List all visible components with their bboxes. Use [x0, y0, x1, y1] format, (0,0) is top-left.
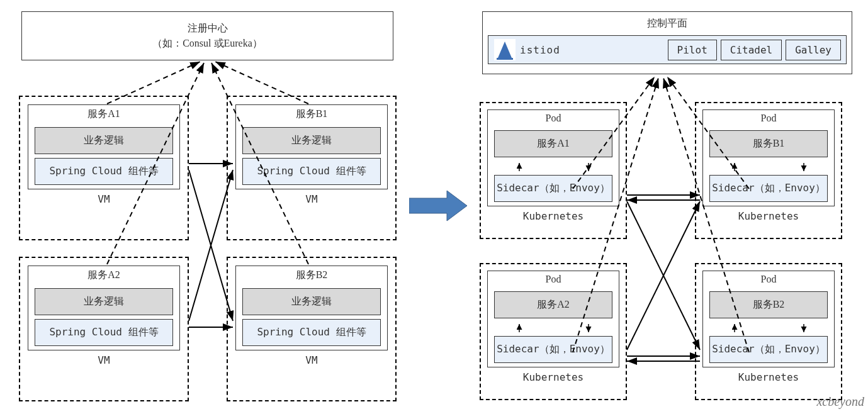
- pod-sidecar-a2: Sidecar（如，Envoy）: [494, 336, 612, 363]
- k8s-box-b1: Pod 服务B1 Sidecar（如，Envoy） Kubernetes: [695, 102, 842, 239]
- vm-footer-b1: VM: [228, 191, 395, 208]
- business-logic-b1: 业务逻辑: [242, 127, 381, 154]
- pod-bi-arrow-b2: [703, 322, 834, 333]
- service-title-b2: 服务B2: [236, 266, 387, 284]
- pod-title-b2: Pod: [703, 271, 834, 288]
- vm-box-b1: 服务B1 业务逻辑 Spring Cloud 组件等 VM: [227, 96, 397, 240]
- k8s-box-b2: Pod 服务B2 Sidecar（如，Envoy） Kubernetes: [695, 263, 842, 400]
- business-logic-a2: 业务逻辑: [35, 288, 173, 315]
- k8s-footer-b1: Kubernetes: [696, 208, 841, 225]
- vm-footer-a2: VM: [20, 352, 188, 369]
- vm-box-b2: 服务B2 业务逻辑 Spring Cloud 组件等 VM: [227, 257, 397, 401]
- pod-svc-b1: 服务B1: [709, 130, 828, 157]
- svg-rect-2: [497, 58, 513, 60]
- pod-bi-arrow-a2: [488, 322, 619, 333]
- cp-pilot: Pilot: [668, 40, 717, 60]
- k8s-box-a1: Pod 服务A1 Sidecar（如，Envoy） Kubernetes: [480, 102, 627, 239]
- watermark: xcbeyond: [816, 394, 864, 409]
- service-title-a1: 服务A1: [28, 105, 179, 123]
- transition-arrow-icon: [409, 189, 469, 223]
- business-logic-b2: 业务逻辑: [242, 288, 381, 315]
- k8s-footer-a1: Kubernetes: [481, 208, 626, 225]
- cp-galley: Galley: [786, 40, 841, 60]
- pod-svc-a1: 服务A1: [494, 130, 612, 157]
- istiod-label: istiod: [520, 44, 560, 56]
- svg-line-28: [627, 201, 700, 350]
- vm-box-a2: 服务A2 业务逻辑 Spring Cloud 组件等 VM: [19, 257, 189, 401]
- pod-title-a2: Pod: [488, 271, 619, 288]
- control-plane-box: 控制平面 istiod Pilot Citadel Galley: [482, 11, 852, 74]
- control-plane-row: istiod Pilot Citadel Galley: [488, 35, 847, 64]
- spring-cloud-b1: Spring Cloud 组件等: [242, 158, 381, 185]
- k8s-footer-b2: Kubernetes: [696, 369, 841, 386]
- svg-line-27: [627, 201, 700, 350]
- k8s-footer-a2: Kubernetes: [481, 369, 626, 386]
- svg-marker-0: [409, 191, 467, 221]
- pod-bi-arrow-a1: [488, 161, 619, 172]
- pod-title-a1: Pod: [488, 110, 619, 126]
- k8s-box-a2: Pod 服务A2 Sidecar（如，Envoy） Kubernetes: [480, 263, 627, 400]
- pod-sidecar-a1: Sidecar（如，Envoy）: [494, 175, 612, 202]
- service-title-b1: 服务B1: [236, 105, 387, 123]
- svg-marker-1: [498, 42, 512, 58]
- pod-sidecar-b1: Sidecar（如，Envoy）: [709, 175, 828, 202]
- service-title-a2: 服务A2: [28, 266, 179, 284]
- spring-cloud-b2: Spring Cloud 组件等: [242, 319, 381, 346]
- istio-logo-icon: [493, 38, 516, 61]
- registry-center-box: 注册中心 （如：Consul 或Eureka）: [21, 11, 393, 60]
- pod-svc-b2: 服务B2: [709, 291, 828, 318]
- vm-footer-b2: VM: [228, 352, 395, 369]
- vm-box-a1: 服务A1 业务逻辑 Spring Cloud 组件等 VM: [19, 96, 189, 240]
- business-logic-a1: 业务逻辑: [35, 127, 173, 154]
- pod-bi-arrow-b1: [703, 161, 834, 172]
- spring-cloud-a2: Spring Cloud 组件等: [35, 319, 173, 346]
- pod-sidecar-b2: Sidecar（如，Envoy）: [709, 336, 828, 363]
- spring-cloud-a1: Spring Cloud 组件等: [35, 158, 173, 185]
- registry-subtitle: （如：Consul 或Eureka）: [22, 36, 393, 51]
- pod-svc-a2: 服务A2: [494, 291, 612, 318]
- registry-title: 注册中心: [22, 21, 393, 36]
- vm-footer-a1: VM: [20, 191, 188, 208]
- cp-citadel: Citadel: [721, 40, 782, 60]
- pod-title-b1: Pod: [703, 110, 834, 126]
- control-plane-title: 控制平面: [488, 17, 847, 30]
